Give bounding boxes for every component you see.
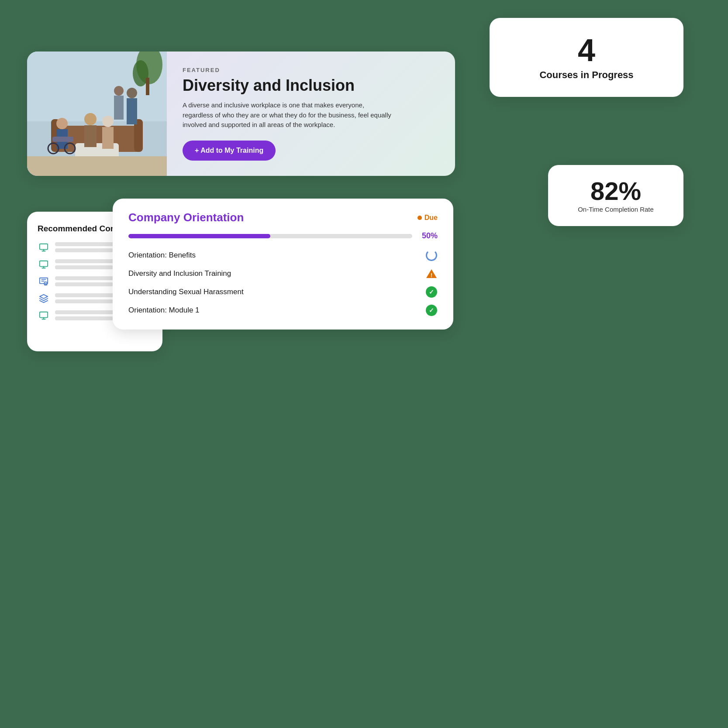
progress-row: 50% [128, 231, 438, 240]
monitor-icon [38, 260, 50, 269]
featured-title: Diversity and Inclusion [183, 77, 439, 94]
course-item-name: Orientation: Benefits [128, 251, 196, 260]
ontime-percentage: 82% [590, 179, 641, 204]
rec-line-2 [55, 299, 113, 303]
monitor-icon [38, 311, 50, 320]
svg-text:!: ! [431, 272, 432, 278]
progress-percentage: 50% [418, 231, 438, 240]
orientation-title: Company Orientation [128, 211, 244, 224]
svg-rect-23 [40, 244, 48, 249]
complete-status-icon: ✓ [425, 304, 438, 316]
featured-image [27, 52, 167, 176]
svg-rect-22 [114, 96, 124, 120]
orientation-header: Company Orientation Due [128, 211, 438, 224]
featured-content: FEATURED Diversity and Inclusion A diver… [167, 52, 455, 176]
layers-icon [38, 294, 50, 303]
progress-bar-fill [128, 234, 270, 238]
svg-point-21 [114, 86, 124, 96]
due-badge: Due [417, 214, 438, 222]
svg-rect-29 [40, 278, 48, 283]
courses-count: 4 [578, 34, 595, 66]
rec-line-2 [55, 316, 113, 320]
due-label: Due [424, 214, 438, 222]
add-training-button[interactable]: + Add to My Training [183, 141, 276, 161]
featured-card: FEATURED Diversity and Inclusion A diver… [27, 52, 455, 176]
svg-point-12 [56, 118, 68, 129]
course-items-list: Orientation: Benefits Diversity and Incl… [128, 249, 438, 316]
rec-line-2 [55, 265, 113, 269]
course-item-name: Understanding Sexual Harassment [128, 288, 244, 296]
svg-rect-20 [102, 127, 114, 149]
svg-rect-9 [27, 156, 167, 176]
svg-point-19 [102, 116, 114, 127]
course-item-name: Orientation: Module 1 [128, 306, 200, 315]
svg-point-17 [84, 113, 97, 125]
complete-status-icon: ✓ [425, 286, 438, 298]
due-dot-icon [417, 216, 422, 220]
course-item-name: Diversity and Inclusion Training [128, 269, 231, 278]
company-orientation-card: Company Orientation Due 50% Orientation:… [113, 199, 453, 330]
rec-line-2 [55, 282, 113, 286]
svg-rect-26 [40, 261, 48, 266]
certificate-icon [38, 277, 50, 286]
svg-rect-11 [127, 98, 137, 124]
warning-status-icon: ! [425, 268, 438, 280]
courses-label: Courses in Progress [539, 69, 633, 81]
featured-tag: FEATURED [183, 67, 439, 73]
loading-status-icon [425, 249, 438, 261]
svg-rect-16 [52, 137, 73, 142]
progress-bar-background [128, 234, 412, 238]
course-item[interactable]: Orientation: Module 1 ✓ [128, 304, 438, 316]
featured-description: A diverse and inclusive workplace is one… [183, 100, 392, 130]
rec-line-2 [55, 248, 113, 252]
svg-marker-31 [40, 294, 48, 298]
course-item[interactable]: Orientation: Benefits [128, 249, 438, 261]
svg-rect-32 [40, 312, 48, 317]
course-item[interactable]: Diversity and Inclusion Training ! [128, 268, 438, 280]
course-item[interactable]: Understanding Sexual Harassment ✓ [128, 286, 438, 298]
svg-rect-4 [146, 78, 149, 95]
monitor-icon [38, 243, 50, 252]
svg-rect-18 [84, 125, 97, 147]
ontime-label: On-Time Completion Rate [578, 206, 654, 213]
svg-point-10 [127, 88, 137, 98]
ontime-completion-card: 82% On-Time Completion Rate [548, 165, 683, 226]
courses-in-progress-card: 4 Courses in Progress [490, 18, 683, 97]
